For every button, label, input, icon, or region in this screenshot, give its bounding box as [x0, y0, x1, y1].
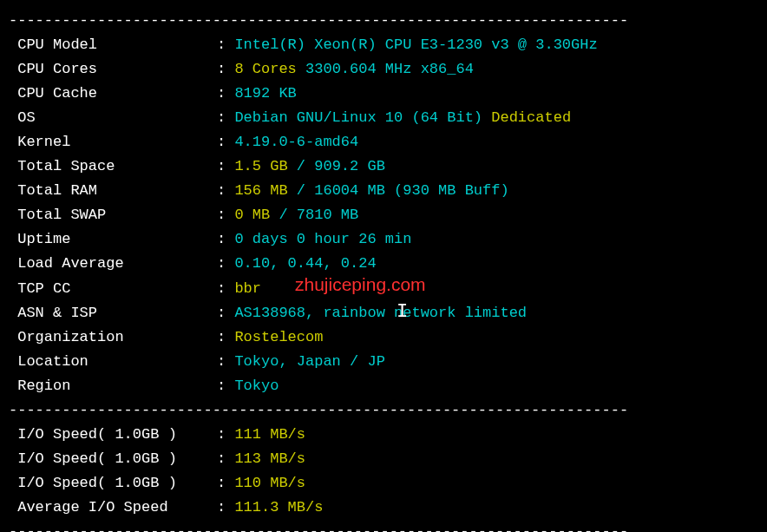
colon-separator: : — [217, 252, 234, 276]
row-label: Region — [9, 374, 217, 398]
colon-separator: : — [217, 447, 234, 471]
terminal-output: ----------------------------------------… — [9, 9, 758, 532]
row-label: Uptime — [9, 227, 217, 252]
colon-separator: : — [217, 350, 234, 374]
info-row-12: Organization : Rostelecom — [9, 325, 758, 350]
info-row-6: Total RAM : 156 MB / 16004 MB (930 MB Bu… — [9, 179, 758, 203]
colon-separator: : — [217, 179, 234, 203]
info-row-io-0: I/O Speed( 1.0GB ) : 111 MB/s — [9, 423, 758, 447]
row-label: CPU Cores — [9, 57, 217, 82]
info-row-5: Total Space : 1.5 GB / 909.2 GB — [9, 154, 758, 179]
colon-separator: : — [217, 277, 234, 301]
row-value: Intel(R) Xeon(R) CPU E3-1230 v3 @ 3.30GH… — [234, 33, 597, 57]
row-label: Organization — [9, 325, 217, 350]
row-value: / 16004 MB (930 MB Buff) — [288, 179, 509, 203]
row-label: TCP CC — [9, 277, 217, 301]
row-label: Load Average — [9, 252, 217, 276]
row-label: Average I/O Speed — [9, 496, 217, 520]
info-row-8: Uptime : 0 days 0 hour 26 min — [9, 227, 758, 252]
row-label: ASN & ISP — [9, 301, 217, 325]
row-value: Debian GNU/Linux 10 (64 Bit) — [234, 106, 491, 130]
row-label: OS — [9, 106, 217, 130]
colon-separator: : — [217, 57, 234, 82]
info-row-0: CPU Model : Intel(R) Xeon(R) CPU E3-1230… — [9, 33, 758, 57]
row-value: 8 Cores — [234, 57, 296, 82]
row-value: 110 MB/s — [234, 471, 305, 496]
row-value: Tokyo — [234, 374, 279, 398]
colon-separator: : — [217, 471, 234, 496]
colon-separator: : — [217, 325, 234, 350]
row-value: 1.5 GB — [234, 154, 287, 179]
row-value: 0.10, 0.44, 0.24 — [234, 252, 376, 276]
row-value: Tokyo, Japan / JP — [234, 350, 384, 374]
row-label: CPU Model — [9, 33, 217, 57]
row-value: 0 days 0 hour 26 min — [234, 227, 411, 252]
row-label: Kernel — [9, 130, 217, 154]
info-row-9: Load Average : 0.10, 0.44, 0.24 — [9, 252, 758, 276]
info-row-7: Total SWAP : 0 MB / 7810 MB — [9, 203, 758, 227]
row-label: Total SWAP — [9, 203, 217, 227]
row-label: I/O Speed( 1.0GB ) — [9, 471, 217, 496]
row-value: / 909.2 GB — [288, 154, 385, 179]
row-value: Dedicated — [491, 106, 571, 130]
row-label: I/O Speed( 1.0GB ) — [9, 423, 217, 447]
colon-separator: : — [217, 496, 234, 520]
info-row-10: TCP CC : bbr — [9, 277, 758, 301]
row-label: CPU Cache — [9, 82, 217, 106]
colon-separator: : — [217, 227, 234, 252]
info-row-14: Region : Tokyo — [9, 374, 758, 398]
info-row-4: Kernel : 4.19.0-6-amd64 — [9, 130, 758, 154]
info-row-2: CPU Cache : 8192 KB — [9, 82, 758, 106]
info-row-io-1: I/O Speed( 1.0GB ) : 113 MB/s — [9, 447, 758, 471]
row-value: 3300.604 MHz x86_64 — [297, 57, 474, 82]
colon-separator: : — [217, 374, 234, 398]
row-value: 111.3 MB/s — [234, 496, 323, 520]
colon-separator: : — [217, 33, 234, 57]
row-label: Total Space — [9, 154, 217, 179]
colon-separator: : — [217, 423, 234, 447]
row-value: 111 MB/s — [234, 423, 305, 447]
row-value: 4.19.0-6-amd64 — [234, 130, 358, 154]
row-value: Rostelecom — [234, 325, 323, 350]
info-row-11: ASN & ISP : AS138968, rainbow network li… — [9, 301, 758, 325]
info-row-3: OS : Debian GNU/Linux 10 (64 Bit) Dedica… — [9, 106, 758, 130]
info-row-1: CPU Cores : 8 Cores 3300.604 MHz x86_64 — [9, 57, 758, 82]
row-value: AS138968, rainbow network limited — [234, 301, 527, 325]
colon-separator: : — [217, 106, 234, 130]
colon-separator: : — [217, 130, 234, 154]
info-row-io-3: Average I/O Speed : 111.3 MB/s — [9, 496, 758, 520]
row-label: Location — [9, 350, 217, 374]
row-value: / 7810 MB — [270, 203, 358, 227]
info-row-io-2: I/O Speed( 1.0GB ) : 110 MB/s — [9, 471, 758, 496]
divider-line: ----------------------------------------… — [9, 9, 758, 33]
divider-line: ----------------------------------------… — [9, 520, 758, 532]
colon-separator: : — [217, 203, 234, 227]
row-value: 8192 KB — [234, 82, 296, 106]
divider-line: ----------------------------------------… — [9, 398, 758, 423]
colon-separator: : — [217, 154, 234, 179]
row-value: 113 MB/s — [234, 447, 305, 471]
colon-separator: : — [217, 82, 234, 106]
colon-separator: : — [217, 301, 234, 325]
row-value: 0 MB — [234, 203, 270, 227]
row-value: bbr — [234, 277, 261, 301]
row-label: I/O Speed( 1.0GB ) — [9, 447, 217, 471]
info-row-13: Location : Tokyo, Japan / JP — [9, 350, 758, 374]
row-label: Total RAM — [9, 179, 217, 203]
row-value: 156 MB — [234, 179, 287, 203]
